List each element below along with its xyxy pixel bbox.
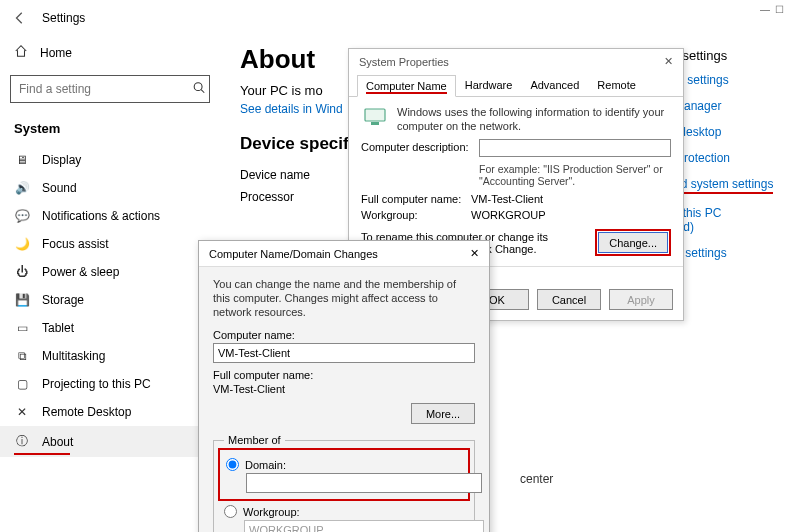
edition-text-fragment: center (520, 472, 553, 486)
workgroup-radio-label: Workgroup: (243, 506, 300, 518)
domaindlg-title: Computer Name/Domain Changes (209, 248, 378, 260)
svg-rect-2 (365, 109, 385, 121)
tab-remote[interactable]: Remote (588, 74, 645, 96)
change-button[interactable]: Change... (598, 232, 668, 253)
projecting-icon: ▢ (14, 377, 30, 391)
focus-assist-icon: 🌙 (14, 237, 30, 251)
sidebar-group-label: System (0, 113, 220, 146)
window-controls[interactable]: — ☐ (760, 4, 790, 15)
sidebar-item-power[interactable]: ⏻Power & sleep (0, 258, 220, 286)
window-title: Settings (42, 11, 85, 25)
about-icon: ⓘ (14, 433, 30, 450)
sysprops-apply-button: Apply (609, 289, 673, 310)
domain-input[interactable] (246, 473, 482, 493)
sidebar-item-sound[interactable]: 🔊Sound (0, 174, 220, 202)
domain-radio[interactable] (226, 458, 239, 471)
sidebar-item-projecting[interactable]: ▢Projecting to this PC (0, 370, 220, 398)
notifications-icon: 💬 (14, 209, 30, 223)
memberof-group: Member of Domain: Workgroup: (213, 434, 475, 532)
tab-computer-name[interactable]: Computer Name (357, 75, 456, 97)
power-icon: ⏻ (14, 265, 30, 279)
fullname-label2: Full computer name: (213, 369, 475, 381)
close-icon[interactable]: ✕ (470, 247, 479, 260)
tab-advanced[interactable]: Advanced (521, 74, 588, 96)
see-details-link[interactable]: See details in Wind (240, 102, 343, 116)
search-input[interactable] (10, 75, 210, 103)
sidebar-item-display[interactable]: 🖥Display (0, 146, 220, 174)
sidebar-item-tablet[interactable]: ▭Tablet (0, 314, 220, 342)
back-arrow-icon (13, 11, 27, 25)
sysprops-intro: Windows uses the following information t… (397, 105, 671, 133)
svg-point-0 (194, 83, 202, 91)
close-icon[interactable]: ✕ (664, 55, 673, 68)
storage-icon: 💾 (14, 293, 30, 307)
compname-label: Computer name: (213, 329, 475, 341)
sidebar-home-label: Home (40, 46, 72, 60)
more-button[interactable]: More... (411, 403, 475, 424)
computer-icon (361, 105, 389, 127)
workgroup-input (244, 520, 484, 532)
sidebar-item-about[interactable]: ⓘAbout (0, 426, 220, 457)
domain-radio-label: Domain: (245, 459, 286, 471)
sysprops-cancel-button[interactable]: Cancel (537, 289, 601, 310)
tab-hardware[interactable]: Hardware (456, 74, 522, 96)
fullname-value: VM-Test-Client (471, 193, 543, 205)
sidebar-item-focus-assist[interactable]: 🌙Focus assist (0, 230, 220, 258)
sysprops-title: System Properties (359, 56, 449, 68)
workgroup-radio[interactable] (224, 505, 237, 518)
sidebar-item-storage[interactable]: 💾Storage (0, 286, 220, 314)
sidebar-item-remote-desktop[interactable]: ✕Remote Desktop (0, 398, 220, 426)
display-icon: 🖥 (14, 153, 30, 167)
fullname-value2: VM-Test-Client (213, 383, 475, 395)
svg-line-1 (201, 90, 204, 93)
computer-name-input[interactable] (213, 343, 475, 363)
desc-hint: For example: "IIS Production Server" or … (479, 163, 671, 187)
svg-rect-3 (371, 122, 379, 125)
sidebar-home[interactable]: Home (0, 36, 220, 69)
desc-label: Computer description: (361, 139, 471, 153)
workgroup-label: Workgroup: (361, 209, 471, 221)
sound-icon: 🔊 (14, 181, 30, 195)
workgroup-value: WORKGROUP (471, 209, 546, 221)
remote-desktop-icon: ✕ (14, 405, 30, 419)
sidebar-item-multitasking[interactable]: ⧉Multitasking (0, 342, 220, 370)
search-icon[interactable] (192, 81, 206, 98)
domaindlg-intro: You can change the name and the membersh… (213, 277, 475, 319)
computer-description-input[interactable] (479, 139, 671, 157)
multitasking-icon: ⧉ (14, 349, 30, 363)
fullname-label: Full computer name: (361, 193, 471, 205)
memberof-legend: Member of (224, 434, 285, 446)
domain-changes-dialog: Computer Name/Domain Changes ✕ You can c… (198, 240, 490, 532)
home-icon (14, 44, 28, 61)
back-button[interactable] (10, 8, 30, 28)
sidebar: Home System 🖥Display 🔊Sound 💬Notificatio… (0, 36, 220, 532)
tablet-icon: ▭ (14, 321, 30, 335)
sidebar-item-notifications[interactable]: 💬Notifications & actions (0, 202, 220, 230)
